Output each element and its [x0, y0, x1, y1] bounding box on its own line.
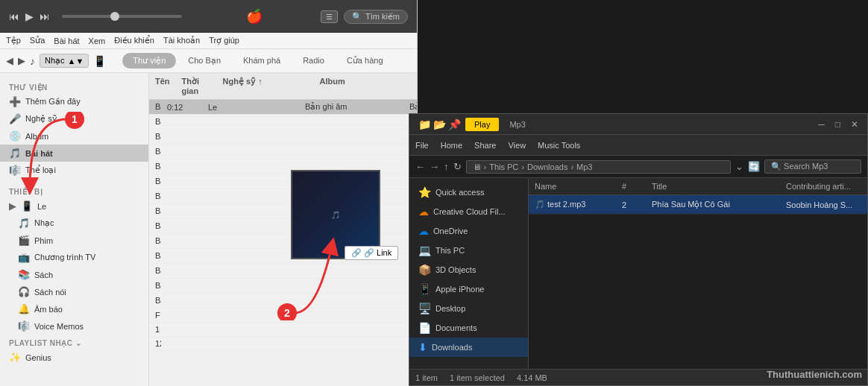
menu-trogiup[interactable]: Trợ giúp — [209, 36, 239, 45]
col-header-name: Tên — [149, 75, 176, 97]
exp-forward-button[interactable]: → — [430, 161, 439, 172]
tab-cuahang[interactable]: Cửa hàng — [336, 53, 394, 69]
menu-sua[interactable]: Sửa — [30, 36, 45, 45]
tab-choban[interactable]: Cho Bạn — [177, 53, 231, 69]
track-row[interactable]: Bản ghi Mới 9 — [149, 294, 417, 309]
link-icon: 🔗 — [351, 248, 362, 258]
thispc-label: This PC — [435, 246, 465, 255]
exp-back-button[interactable]: ← — [415, 161, 425, 172]
sidebar-item-album[interactable]: 💿 Album — [0, 127, 148, 145]
menu-dieukhien[interactable]: Điều khiển — [114, 36, 154, 45]
play-button[interactable]: ▶ — [25, 10, 34, 22]
address-path[interactable]: 🖥 › This PC › Downloads › Mp3 — [466, 160, 732, 174]
exp-sidebar-desktop[interactable]: 🖥️ Desktop — [409, 299, 528, 318]
sidebar-item-genre[interactable]: 🎼 Thể loại — [0, 162, 148, 179]
quick-access-icon: ⭐ — [418, 186, 431, 198]
sidebar-item-songs[interactable]: 🎵 Bài hát — [0, 145, 148, 162]
track-row[interactable]: Bản ghi Mới 0:12 Le Bản ghi âm Bản Ghi â… — [149, 100, 417, 115]
track-row[interactable]: Bản ghi Mới 7 — [149, 264, 417, 279]
track-row[interactable]: Bản ghi Mới 12 — [149, 145, 417, 159]
track-row[interactable]: Bản ghi Mới 10 — [149, 115, 417, 130]
fast-forward-button[interactable]: ⏭ — [40, 10, 50, 22]
devices-section-title: Thiết bị — [0, 183, 148, 197]
track-album-0: Bản ghi âm — [299, 101, 403, 113]
ribbon-view[interactable]: View — [508, 141, 526, 150]
device-le-icon: ▶ — [9, 200, 16, 212]
exp-sidebar-downloads[interactable]: ⬇ Downloads — [409, 338, 528, 357]
sidebar-item-artists[interactable]: 🎤 Nghệ sỹ — [0, 110, 148, 127]
minimize-button[interactable]: ─ — [815, 119, 828, 130]
track-row[interactable]: Bản ghi Mới 11 — [149, 130, 417, 145]
genius-icon: ✨ — [9, 352, 21, 363]
menu-xem[interactable]: Xem — [89, 37, 106, 45]
maximize-button[interactable]: □ — [832, 119, 843, 130]
ribbon-home[interactable]: Home — [441, 141, 462, 150]
forward-button[interactable]: ▶ — [18, 55, 25, 66]
exp-file-row[interactable]: 🎵 test 2.mp3 2 Phía Sau Một Cô Gái Soobi… — [529, 195, 867, 215]
exp-tab-mp3[interactable]: Mp3 — [500, 118, 534, 131]
back-button[interactable]: ◀ — [6, 55, 13, 66]
progress-track[interactable] — [62, 15, 182, 18]
sidebar-label-phim: Phim — [34, 236, 53, 245]
exp-sidebar-documents[interactable]: 📄 Documents — [409, 318, 528, 338]
apple-iphone-label: Apple iPhone — [435, 285, 484, 294]
sidebar-item-genius[interactable]: ✨ Genius — [0, 349, 148, 366]
folder2-icon: 📂 — [433, 118, 446, 130]
sidebar-item-add[interactable]: ➕ Thêm Gần đây — [0, 93, 148, 110]
file-icon: 🎵 — [535, 200, 545, 209]
sidebar-item-device-le[interactable]: ▶ 📱 Le — [0, 197, 148, 215]
track-row[interactable]: Bản ghi Mới 8 — [149, 279, 417, 294]
ribbon-music-tools[interactable]: Music Tools — [538, 141, 580, 150]
sidebar-item-voicememos[interactable]: 🎼 Voice Memos — [0, 317, 148, 335]
tab-khampha[interactable]: Khám phá — [233, 53, 291, 69]
search-box[interactable]: 🔍 Tìm kiếm — [344, 10, 408, 24]
exp-sidebar-3dobjects[interactable]: 📦 3D Objects — [409, 260, 528, 279]
menu-baihat[interactable]: Bài hát — [54, 37, 79, 45]
exp-address-bar: ← → ↑ ↻ 🖥 › This PC › Downloads › Mp3 ⌄ … — [409, 156, 867, 178]
sidebar: Thư viện ➕ Thêm Gần đây 🎤 Nghệ sỹ 💿 Albu… — [0, 73, 149, 386]
ribbon-file[interactable]: File — [415, 141, 429, 150]
exp-address-expand-button[interactable]: ⌄ — [735, 161, 743, 172]
exp-refresh-button[interactable]: ↻ — [453, 161, 462, 172]
exp-sidebar-apple-iphone[interactable]: 📱 Apple iPhone — [409, 279, 528, 299]
track-row[interactable]: 1 — [149, 323, 417, 337]
track-row[interactable]: 12345 — [149, 337, 417, 351]
explorer-title-bar: 📁 📂 📌 Play Mp3 ─ □ ✕ — [409, 114, 867, 135]
sidebar-item-sach[interactable]: 📚 Sách — [0, 266, 148, 283]
exp-tab-play[interactable]: Play — [465, 118, 499, 131]
sidebar-item-ambao[interactable]: 🔔 Âm báo — [0, 300, 148, 317]
list-icon[interactable]: ☰ — [321, 10, 338, 23]
menu-taikhoan[interactable]: Tài khoản — [163, 36, 200, 45]
sidebar-item-tv[interactable]: 📺 Chương trình TV — [0, 249, 148, 266]
col-num-header: # — [616, 180, 646, 192]
exp-recent-button[interactable]: 🔄 — [748, 161, 760, 172]
sidebar-label-voicememos: Voice Memos — [34, 322, 84, 331]
exp-sidebar-onedrive[interactable]: ☁ OneDrive — [409, 221, 528, 241]
exp-sidebar-quick-access[interactable]: ⭐ Quick access — [409, 183, 528, 202]
sidebar-item-music[interactable]: 🎵 Nhạc — [0, 215, 148, 232]
ribbon-share[interactable]: Share — [474, 141, 496, 150]
track-name: Bản ghi Mới 13 — [149, 161, 161, 172]
tab-radio[interactable]: Radio — [292, 53, 335, 69]
exp-sidebar-thispc[interactable]: 💻 This PC — [409, 241, 528, 260]
track-row[interactable]: F — [149, 309, 417, 323]
menu-tep[interactable]: Tệp — [6, 36, 21, 45]
nav-tabs: Thư viện Cho Bạn Khám phá Radio Cửa hàng — [122, 53, 393, 69]
exp-sidebar-creative-cloud[interactable]: ☁ Creative Cloud Fil... — [409, 202, 528, 221]
exp-up-button[interactable]: ↑ — [444, 161, 449, 172]
sidebar-label-songs: Bài hát — [25, 149, 53, 158]
sidebar-item-sachnoi[interactable]: 🎧 Sách nói — [0, 283, 148, 300]
device-icon: 📱 — [93, 55, 106, 67]
sidebar-label-le: Le — [37, 202, 46, 211]
rewind-button[interactable]: ⏮ — [9, 10, 19, 22]
album-icon: 💿 — [9, 130, 21, 142]
library-dropdown[interactable]: Nhạc ▲▼ — [40, 54, 89, 68]
tab-thuvien[interactable]: Thư viện — [122, 53, 176, 69]
track-name: Bản ghi Mới 3 — [149, 206, 161, 217]
close-button[interactable]: ✕ — [848, 119, 861, 130]
sidebar-item-phim[interactable]: 🎬 Phim — [0, 232, 148, 249]
track-name: Bản ghi Mới 11 — [149, 131, 161, 142]
exp-search-input[interactable]: 🔍 Search Mp3 — [764, 159, 861, 174]
dropdown-arrow-icon: ▲▼ — [68, 57, 84, 66]
folder-icon: 📁 — [418, 118, 431, 130]
